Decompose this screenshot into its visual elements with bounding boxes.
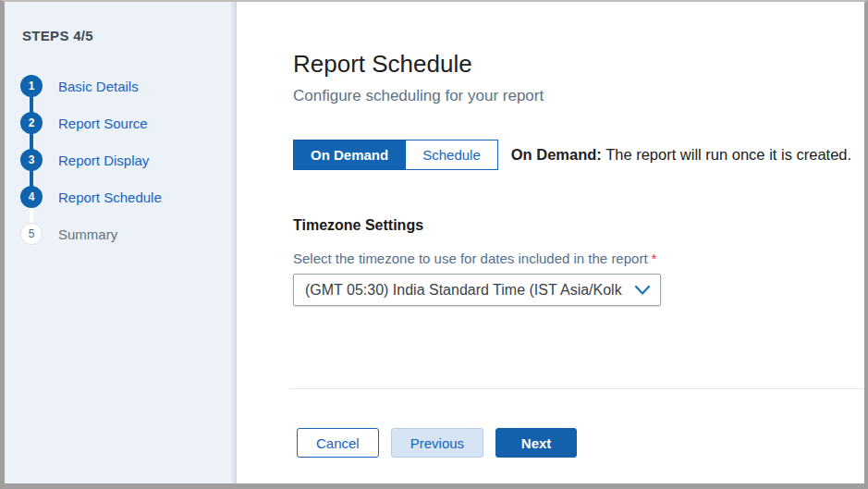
sidebar-item-report-display[interactable]: 3 Report Display <box>20 149 162 171</box>
run-mode-description-text: The report will run once it is created. <box>602 146 851 163</box>
sidebar-item-label: Report Source <box>58 116 148 131</box>
timezone-field-label: Select the timezone to use for dates inc… <box>293 251 656 266</box>
page-subtitle: Configure scheduling for your report <box>293 87 544 105</box>
report-schedule-panel: Report Schedule Configure scheduling for… <box>237 2 864 483</box>
step-number-badge: 3 <box>20 149 43 171</box>
sidebar-item-label: Basic Details <box>58 79 139 94</box>
timezone-field-label-text: Select the timezone to use for dates inc… <box>293 251 648 266</box>
cancel-button[interactable]: Cancel <box>297 428 379 458</box>
chevron-down-icon <box>634 285 651 296</box>
step-number-badge: 4 <box>20 186 43 208</box>
run-mode-description-term: On Demand: <box>511 146 602 163</box>
previous-button[interactable]: Previous <box>391 428 483 458</box>
run-mode-description: On Demand: The report will run once it i… <box>511 146 851 164</box>
steps-progress-label: STEPS 4/5 <box>22 28 93 43</box>
steps-sidebar: STEPS 4/5 1 Basic Details 2 Report Sourc… <box>5 2 237 483</box>
required-asterisk: * <box>652 251 657 266</box>
wizard-stepper: 1 Basic Details 2 Report Source 3 Report… <box>20 75 162 260</box>
step-number-badge: 1 <box>20 75 43 97</box>
footer-divider <box>289 388 864 389</box>
sidebar-item-summary[interactable]: 5 Summary <box>20 223 162 245</box>
on-demand-toggle-button[interactable]: On Demand <box>293 140 406 170</box>
report-wizard-window: STEPS 4/5 1 Basic Details 2 Report Sourc… <box>0 0 868 489</box>
timezone-select[interactable]: (GMT 05:30) India Standard Time (IST Asi… <box>293 274 661 306</box>
sidebar-item-label: Report Schedule <box>58 189 162 205</box>
sidebar-item-basic-details[interactable]: 1 Basic Details <box>20 75 162 97</box>
page-title: Report Schedule <box>293 50 472 78</box>
sidebar-item-report-schedule[interactable]: 4 Report Schedule <box>20 186 162 208</box>
wizard-footer-buttons: Cancel Previous Next <box>297 428 577 458</box>
run-mode-toggle-group: On Demand Schedule <box>293 140 498 170</box>
stepper-connector-complete <box>30 86 33 197</box>
sidebar-item-label: Summary <box>58 226 117 242</box>
step-number-badge: 5 <box>20 223 43 245</box>
run-mode-row: On Demand Schedule On Demand: The report… <box>293 140 851 170</box>
sidebar-item-label: Report Display <box>58 153 149 168</box>
timezone-settings-heading: Timezone Settings <box>293 217 423 234</box>
timezone-selected-value: (GMT 05:30) India Standard Time (IST Asi… <box>305 282 630 299</box>
next-button[interactable]: Next <box>495 428 577 458</box>
step-number-badge: 2 <box>20 112 43 134</box>
schedule-toggle-button[interactable]: Schedule <box>406 140 498 170</box>
sidebar-item-report-source[interactable]: 2 Report Source <box>20 112 162 134</box>
